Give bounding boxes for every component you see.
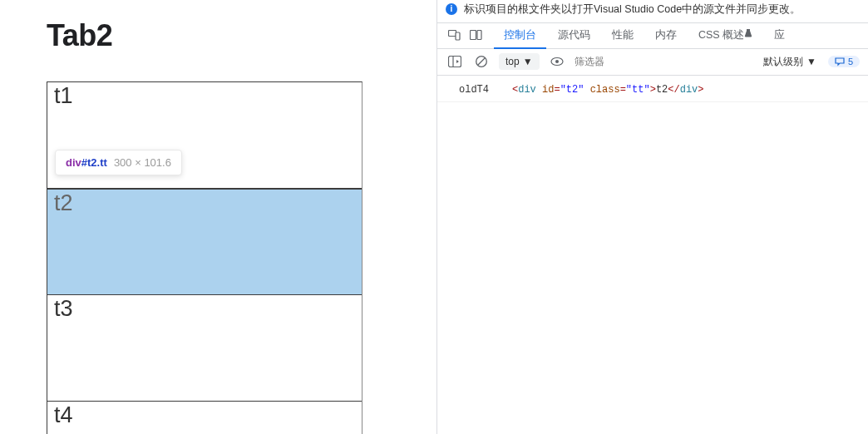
tab-memory[interactable]: 内存 [645,22,687,49]
grid-cell[interactable]: t2 [47,189,362,295]
live-expression-icon[interactable] [548,52,566,71]
console-log-label: oldT4 [459,82,499,98]
log-level-selector[interactable]: 默认级别 ▼ [760,52,820,72]
dock-side-icon[interactable] [466,26,486,46]
context-selector[interactable]: top ▼ [499,53,540,70]
clear-console-icon[interactable] [472,52,491,71]
inspect-tooltip: div#t2.tt 300 × 101.6 [55,150,182,175]
svg-point-10 [555,60,559,63]
context-label: top [506,56,520,67]
speech-bubble-icon [835,57,845,67]
console-log-element: <div id="t2" class="tt">t2</div> [512,82,704,98]
devtools-pane: i 标识项目的根文件夹以打开Visual Studio Code中的源文件并同步… [436,0,868,434]
tooltip-id: #t2 [81,156,97,169]
svg-rect-0 [448,31,456,37]
device-toggle-icon[interactable] [444,26,464,46]
tooltip-dimensions: 300 × 101.6 [114,156,171,169]
svg-marker-6 [456,60,459,63]
log-level-label: 默认级别 [763,55,803,69]
filter-input[interactable] [575,56,752,67]
grid-cell[interactable]: t3 [47,295,362,402]
tab-application[interactable]: 应 [764,22,795,49]
console-toolbar: top ▼ 默认级别 ▼ 5 [437,49,868,76]
chevron-down-icon: ▼ [806,56,816,67]
svg-rect-4 [449,57,461,67]
info-text: 标识项目的根文件夹以打开Visual Studio Code中的源文件并同步更改… [464,2,801,17]
messages-count-pill[interactable]: 5 [828,56,860,67]
tooltip-tag: div [66,156,81,169]
messages-count: 5 [848,57,853,67]
info-icon: i [446,3,457,15]
console-output[interactable]: oldT4 <div id="t2" class="tt">t2</div> [437,76,868,435]
rendered-page: Tab2 t1 t2 t3 t4 [0,0,436,434]
svg-line-8 [478,58,485,65]
tab-performance[interactable]: 性能 [602,22,644,49]
grid-cell[interactable]: t4 [47,402,362,434]
tab-css-overview[interactable]: CSS 概述 [688,22,762,49]
console-row[interactable]: oldT4 <div id="t2" class="tt">t2</div> [437,79,868,102]
devtools-info-bar: i 标识项目的根文件夹以打开Visual Studio Code中的源文件并同步… [437,0,868,22]
toggle-sidebar-icon[interactable] [446,52,464,71]
tab-console[interactable]: 控制台 [494,22,546,49]
chevron-down-icon: ▼ [523,56,533,67]
t-grid: t1 t2 t3 t4 [47,81,362,434]
flask-icon [744,29,752,41]
tab-sources[interactable]: 源代码 [548,22,600,49]
devtools-tabs: 控制台 源代码 性能 内存 CSS 概述 应 [437,22,868,49]
svg-rect-1 [456,32,460,40]
svg-rect-3 [477,31,481,40]
svg-rect-2 [470,31,476,40]
tooltip-class: .tt [97,156,107,169]
page-title: Tab2 [47,18,436,53]
